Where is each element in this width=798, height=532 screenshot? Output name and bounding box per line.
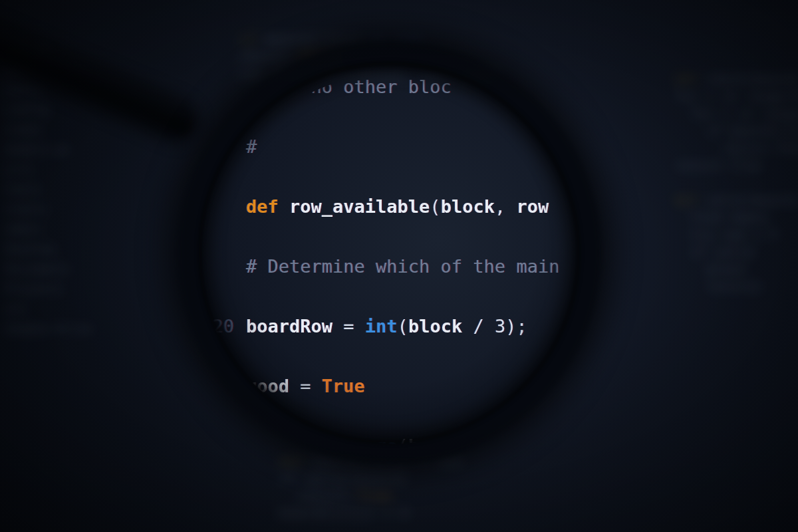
lens-ring-inner [199, 63, 579, 443]
photo-scene: app.py main utils config views models.py… [0, 0, 798, 532]
blurred-code-right: def check(board) for r in range(9) for c… [675, 53, 798, 313]
magnifying-glass-lens [176, 40, 602, 466]
